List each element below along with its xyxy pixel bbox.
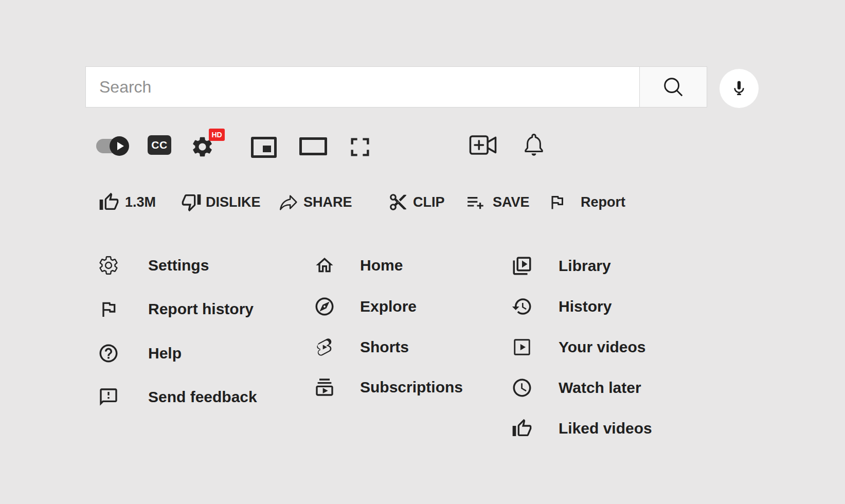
search-icon	[661, 75, 685, 99]
thumbs-down-icon	[181, 192, 202, 212]
menu-item-help[interactable]: Help	[98, 342, 182, 365]
flag-icon	[98, 298, 119, 320]
share-arrow-icon	[278, 192, 299, 212]
thumbs-up-icon	[99, 192, 119, 212]
menu-item-library[interactable]: Library	[511, 255, 611, 277]
microphone-icon	[729, 79, 749, 98]
menu-item-shorts[interactable]: Shorts	[314, 336, 409, 358]
like-button[interactable]: 1.3M	[99, 191, 156, 213]
menu-item-label: Shorts	[360, 338, 409, 356]
shorts-icon	[314, 336, 335, 358]
menu-item-label: Subscriptions	[360, 379, 463, 396]
dislike-label: DISLIKE	[206, 194, 261, 210]
library-icon	[511, 255, 533, 277]
menu-item-explore[interactable]: Explore	[314, 295, 417, 318]
menu-item-send-feedback[interactable]: Send feedback	[98, 386, 257, 408]
menu-item-home[interactable]: Home	[314, 254, 403, 277]
subscriptions-icon	[314, 376, 335, 398]
home-icon	[314, 255, 335, 276]
thumbs-up-icon	[511, 418, 533, 439]
menu-item-label: Explore	[360, 298, 417, 315]
menu-item-label: Settings	[148, 257, 209, 274]
clip-button[interactable]: CLIP	[388, 191, 445, 213]
share-button[interactable]: SHARE	[278, 191, 352, 213]
menu-item-history[interactable]: History	[511, 295, 612, 318]
history-icon	[511, 296, 533, 317]
toggle-knob-play-icon	[110, 136, 129, 156]
fullscreen-button[interactable]	[348, 135, 372, 159]
create-video-button[interactable]	[469, 134, 497, 156]
gear-icon	[98, 255, 119, 276]
clip-label: CLIP	[413, 194, 445, 210]
share-label: SHARE	[303, 194, 352, 210]
like-count: 1.3M	[125, 194, 156, 210]
search-input[interactable]	[86, 67, 639, 107]
menu-item-report-history[interactable]: Report history	[98, 298, 254, 320]
menu-item-liked-videos[interactable]: Liked videos	[511, 417, 652, 440]
voice-search-button[interactable]	[720, 69, 759, 108]
search-button[interactable]	[639, 67, 707, 107]
flag-icon	[548, 193, 566, 211]
menu-item-label: Liked videos	[559, 420, 652, 437]
menu-item-watch-later[interactable]: Watch later	[511, 376, 641, 399]
menu-item-label: Watch later	[559, 379, 641, 397]
menu-item-label: Library	[559, 257, 611, 275]
save-label: SAVE	[493, 194, 530, 210]
save-button[interactable]: SAVE	[464, 191, 530, 213]
your-videos-icon	[511, 336, 533, 358]
settings-quality-button[interactable]: HD	[190, 129, 225, 159]
menu-item-your-videos[interactable]: Your videos	[511, 336, 645, 358]
menu-item-label: Home	[360, 257, 403, 274]
menu-item-label: Help	[148, 345, 182, 362]
scissors-icon	[388, 192, 408, 212]
miniplayer-inner-rect	[263, 146, 271, 152]
menu-item-label: Your videos	[559, 338, 645, 356]
menu-item-settings[interactable]: Settings	[98, 254, 209, 277]
youtube-ui-sheet: CC HD	[0, 0, 845, 504]
video-camera-plus-icon	[469, 134, 497, 156]
compass-icon	[314, 296, 335, 317]
theater-mode-button[interactable]	[299, 137, 327, 155]
menu-item-subscriptions[interactable]: Subscriptions	[314, 376, 463, 399]
feedback-icon	[98, 386, 119, 408]
hd-badge: HD	[209, 129, 225, 141]
autoplay-toggle[interactable]	[96, 136, 129, 156]
report-label: Report	[581, 194, 625, 210]
report-button[interactable]: Report	[548, 191, 625, 213]
menu-item-label: History	[559, 298, 612, 315]
notifications-button[interactable]	[523, 132, 545, 158]
clock-icon	[511, 377, 533, 399]
search-bar	[85, 66, 707, 107]
menu-item-label: Send feedback	[148, 388, 257, 406]
playlist-add-icon	[464, 191, 486, 213]
help-circle-icon	[98, 343, 119, 364]
closed-captions-button[interactable]: CC	[148, 135, 171, 155]
menu-item-label: Report history	[148, 300, 254, 318]
dislike-button[interactable]: DISLIKE	[181, 191, 261, 213]
miniplayer-button[interactable]	[251, 137, 277, 158]
fullscreen-icon	[348, 135, 372, 159]
bell-icon	[523, 132, 545, 158]
